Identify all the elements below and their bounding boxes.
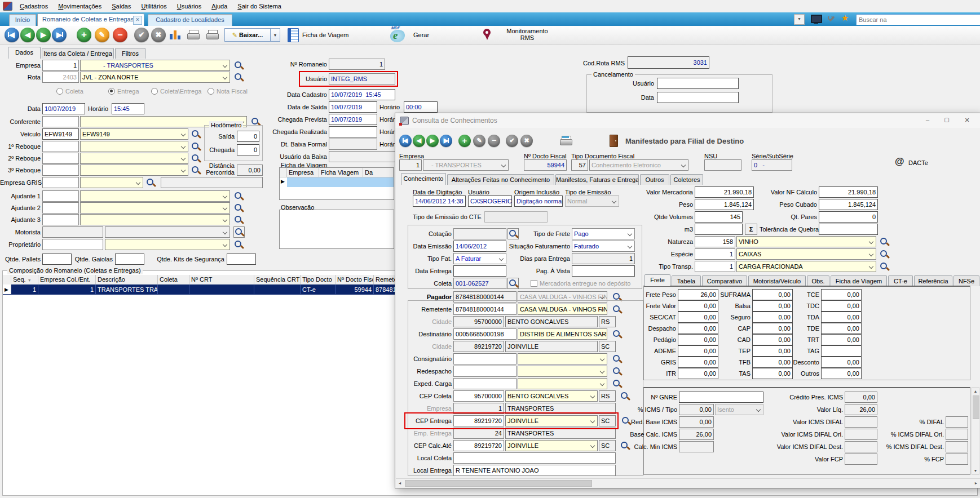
radio-coleta-entrega[interactable]: [151, 88, 158, 95]
grid-col-crt[interactable]: Nº CRT: [189, 275, 254, 284]
frete-tab-frete[interactable]: Frete: [644, 274, 670, 286]
dialog-edit-button[interactable]: ✎: [473, 135, 485, 147]
dialog-close-button[interactable]: ✕: [958, 113, 976, 127]
grid-col-tipodocto[interactable]: Tipo Docto: [301, 275, 336, 284]
hscroll-thumb[interactable]: [405, 480, 592, 487]
monitoramento-pin-icon[interactable]: [483, 29, 492, 41]
ajudante3-combo[interactable]: [80, 214, 230, 225]
frete-r1-v3[interactable]: 0,00: [821, 300, 862, 312]
radio-entrega[interactable]: [108, 88, 115, 95]
print-icon[interactable]: [187, 30, 200, 41]
ajudante1-code-field[interactable]: [42, 190, 79, 202]
menu-movimentacoes[interactable]: Movimentações: [53, 0, 107, 12]
ficha-grid-col-empresa[interactable]: Empresa: [287, 168, 319, 177]
confirm-button[interactable]: ✔: [134, 28, 149, 42]
scroll-down-icon[interactable]: ▼: [972, 467, 979, 474]
baixar-dropdown-button[interactable]: ▼: [271, 28, 280, 42]
data-field[interactable]: 10/07/2019: [42, 103, 85, 114]
vscroll-thumb[interactable]: [973, 395, 979, 419]
valor-nf-field[interactable]: 21.990,18: [819, 186, 878, 198]
delete-button[interactable]: −: [113, 28, 127, 42]
qt-pares-field[interactable]: 0: [819, 211, 878, 223]
dialog-hscrollbar[interactable]: ◄ ►: [396, 478, 980, 487]
grid-col-seq[interactable]: Seq. ▼: [11, 275, 38, 284]
menu-ajuda[interactable]: Ajuda: [206, 0, 232, 12]
especie-code[interactable]: 1: [695, 248, 735, 260]
quick-access-dropdown-icon[interactable]: ▼: [794, 14, 805, 25]
ajudante2-search-icon[interactable]: [233, 203, 244, 213]
baixar-button[interactable]: ✎ Baixar...: [224, 28, 271, 42]
destinatario-combo[interactable]: DISTRIB DE ALIMENTOS SARDA: [518, 328, 607, 340]
data-emissao-field[interactable]: 14/06/2012: [453, 241, 506, 252]
reboque3-combo[interactable]: [80, 164, 188, 176]
destinatario-code-field[interactable]: 00056685000198: [453, 328, 517, 340]
tipo-frete-combo[interactable]: Pago: [572, 228, 635, 239]
proprietario-combo[interactable]: [105, 239, 230, 250]
frete-tab-obs[interactable]: Obs.: [807, 275, 829, 286]
dialog-nav-prev-button[interactable]: ◀: [413, 135, 425, 147]
peso-field[interactable]: 1.845,124: [695, 199, 754, 210]
dialog-minimize-button[interactable]: –: [919, 113, 937, 127]
dialog-cancel-button[interactable]: ✖: [520, 135, 533, 147]
qtde-gaiolas-field[interactable]: [115, 254, 144, 265]
data-saida-horario-field[interactable]: 00:00: [404, 101, 438, 113]
tab-localidades[interactable]: Cadastro de Localidades: [148, 14, 232, 26]
reboque2-code-field[interactable]: [42, 153, 79, 164]
search-input[interactable]: [856, 14, 980, 25]
form-tab-itens[interactable]: Itens da Coleta / Entrega: [42, 48, 114, 59]
situacao-combo[interactable]: Faturado: [572, 241, 635, 252]
mercadoria-checkbox[interactable]: [531, 280, 537, 287]
nav-last-button[interactable]: ▶: [52, 28, 67, 42]
dlg-tab-alteracoes[interactable]: Alterações Feitas no Conhecimento: [447, 174, 554, 185]
exped-combo[interactable]: [518, 378, 607, 389]
chegada-prevista-field[interactable]: 10/07/2019: [329, 114, 377, 125]
exped-search-icon[interactable]: [612, 379, 622, 389]
print-setup-icon[interactable]: [206, 30, 219, 41]
menu-cadastros[interactable]: Cadastros: [15, 0, 53, 12]
icms-vscrollbar[interactable]: ▲ ▼: [972, 387, 979, 475]
frete-tab-nfse[interactable]: NFSe: [953, 275, 979, 286]
reboque3-search-icon[interactable]: [191, 165, 201, 175]
empresa-gris-combo[interactable]: [80, 177, 143, 188]
frete-tab-comparativo[interactable]: Comparativo: [702, 275, 747, 286]
dialog-nav-last-button[interactable]: ▶: [440, 135, 452, 147]
edit-button[interactable]: ✎: [95, 28, 109, 42]
tipo-transp-search-icon[interactable]: [879, 261, 889, 272]
natureza-code[interactable]: 158: [695, 236, 735, 247]
exped-code-field[interactable]: [453, 378, 517, 389]
cep-calc-combo[interactable]: JOINVILLE: [505, 440, 598, 451]
cancel-button[interactable]: ✖: [151, 28, 166, 42]
reboque1-code-field[interactable]: [42, 141, 79, 152]
veiculo-combo[interactable]: EFW9149: [80, 128, 188, 140]
especie-combo[interactable]: CAIXAS: [736, 248, 876, 260]
m3-field[interactable]: [695, 224, 743, 235]
ajudante3-code-field[interactable]: [42, 214, 79, 225]
frete-r5-v3[interactable]: [821, 345, 862, 357]
gnre-field[interactable]: [679, 392, 763, 403]
menu-usuarios[interactable]: Usuários: [172, 0, 206, 12]
qtde-volumes-field[interactable]: 145: [695, 211, 743, 223]
veiculo-search-icon[interactable]: [191, 129, 201, 139]
reboque2-combo[interactable]: [80, 153, 188, 164]
pag-vista-field[interactable]: [572, 265, 635, 277]
frete-r7-v3[interactable]: 0,00: [821, 368, 862, 379]
dlg-tab-coletores[interactable]: Coletores: [670, 174, 703, 185]
local-entrega-field[interactable]: R TENENTE ANTONIO JOAO: [453, 465, 616, 476]
proprietario-search-icon[interactable]: [233, 239, 244, 250]
frete-tab-tabela[interactable]: Tabela: [672, 275, 701, 286]
remetente-combo[interactable]: CASA VALDUGA - VINHOS FIN: [518, 304, 607, 315]
dialog-titlebar[interactable]: Consulta de Conhecimentos – ▢ ✕: [395, 113, 980, 128]
proprietario-code-field[interactable]: [42, 239, 103, 250]
valor-mercadoria-field[interactable]: 21.990,18: [695, 186, 754, 198]
sigma-button[interactable]: Σ: [745, 224, 757, 235]
empresa-combo[interactable]: - TRANSPORTES: [80, 60, 230, 71]
form-tab-filtros[interactable]: Filtros: [115, 48, 145, 59]
frete-r0-v3[interactable]: 0,00: [821, 289, 862, 300]
nav-prev-button[interactable]: ◀: [20, 28, 35, 42]
dialog-add-button[interactable]: +: [458, 135, 471, 147]
reboque1-combo[interactable]: [80, 141, 188, 152]
frete-tab-cte[interactable]: CT-e: [888, 275, 913, 286]
tipo-transp-code[interactable]: 1: [695, 261, 735, 272]
grid-col-docto[interactable]: Nº Docto Fiscal: [336, 275, 374, 284]
ajudante3-search-icon[interactable]: [233, 215, 244, 225]
